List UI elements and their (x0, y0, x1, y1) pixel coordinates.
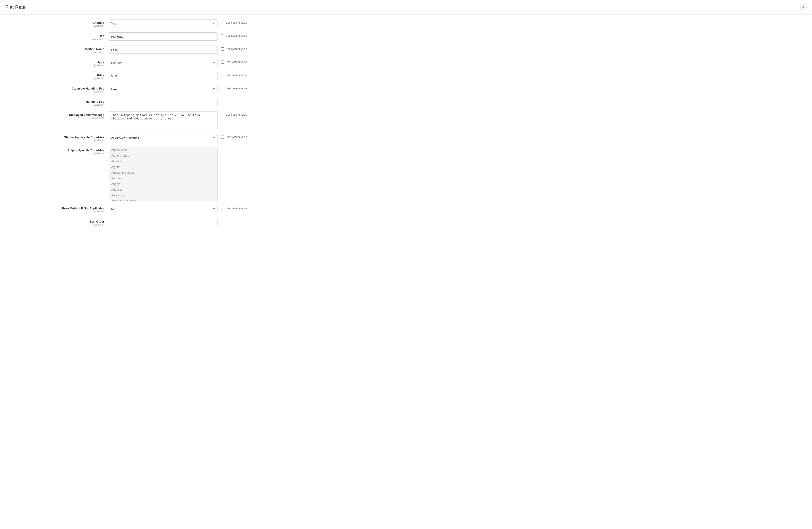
specific-countries-listbox[interactable]: Afghanistan Åland Islands Albania Algeri… (109, 147, 218, 201)
applicable-countries-select-wrapper: All Allowed Countries Specific Countries… (109, 134, 218, 142)
show-method-label: Show Method if Not Applicable (14, 207, 104, 210)
method-name-row: Method Name [store view] Use system valu… (14, 45, 258, 55)
enabled-system-value-col: Use system value (218, 19, 258, 24)
method-name-scope: [store view] (14, 51, 104, 54)
handling-fee-label-col: Handling Fee [website] (14, 98, 109, 106)
list-item[interactable]: Andorra (109, 175, 217, 181)
handling-fee-scope: [website] (14, 103, 104, 106)
show-method-select-wrapper: No Yes ▼ (109, 205, 218, 213)
flat-rate-form: Enabled [website] Yes No ▼ Use system va… (0, 15, 272, 240)
applicable-countries-system-value-label[interactable]: Use system value (226, 135, 247, 139)
show-method-system-value-col: Use system value (218, 205, 258, 210)
applicable-countries-select[interactable]: All Allowed Countries Specific Countries (109, 134, 218, 142)
error-message-label: Displayed Error Message (14, 113, 104, 116)
error-message-textarea[interactable]: This shipping method is not available. T… (109, 111, 218, 129)
method-name-system-value-label[interactable]: Use system value (226, 47, 247, 51)
error-message-input-col: This shipping method is not available. T… (109, 111, 218, 130)
price-label-col: Price [website] (14, 72, 109, 80)
applicable-countries-label-col: Ship to Applicable Countries [website] (14, 134, 109, 142)
applicable-countries-input-col: All Allowed Countries Specific Countries… (109, 134, 218, 142)
price-system-value-checkbox[interactable] (221, 74, 224, 77)
applicable-countries-system-value-checkbox[interactable] (221, 135, 224, 139)
method-name-input[interactable] (109, 45, 218, 54)
handling-fee-calc-select[interactable]: Fixed Percent (109, 85, 218, 93)
show-method-input-col: No Yes ▼ (109, 205, 218, 213)
type-system-value-col: Use system value (218, 59, 258, 64)
page-header: Flat Rate ⊙ (0, 0, 812, 15)
show-method-select[interactable]: No Yes (109, 205, 218, 213)
title-input-col (109, 32, 218, 41)
specific-countries-label: Ship to Specific Countries (14, 149, 104, 152)
specific-countries-empty-col (218, 147, 258, 149)
title-system-value-col: Use system value (218, 32, 258, 38)
price-system-value-col: Use system value (218, 72, 258, 77)
type-input-col: Per Item Per Order ▼ (109, 59, 218, 67)
collapse-button[interactable]: ⊙ (800, 4, 807, 11)
sort-order-scope: [website] (14, 223, 104, 226)
sort-order-input[interactable] (109, 218, 218, 226)
method-name-label: Method Name (14, 47, 104, 51)
type-select[interactable]: Per Item Per Order (109, 59, 218, 67)
sort-order-input-col (109, 218, 218, 226)
sort-order-label: Sort Order (14, 220, 104, 223)
enabled-scope: [website] (14, 25, 104, 27)
handling-fee-calc-system-value-label[interactable]: Use system value (226, 87, 247, 90)
handling-fee-calc-select-wrapper: Fixed Percent ▼ (109, 85, 218, 93)
handling-fee-calc-label: Calculate Handling Fee (14, 87, 104, 90)
enabled-system-value-label[interactable]: Use system value (226, 21, 247, 24)
handling-fee-calc-input-col: Fixed Percent ▼ (109, 85, 218, 93)
title-label-col: Title [store view] (14, 32, 109, 40)
enabled-select-wrapper: Yes No ▼ (109, 19, 218, 27)
handling-fee-calc-system-value-col: Use system value (218, 85, 258, 90)
error-message-system-value-label[interactable]: Use system value (226, 113, 247, 116)
enabled-system-value-checkbox[interactable] (221, 21, 224, 24)
handling-fee-label: Handling Fee (14, 100, 104, 103)
title-system-value-checkbox[interactable] (221, 34, 224, 38)
handling-fee-calc-system-value-checkbox[interactable] (221, 87, 224, 90)
enabled-row: Enabled [website] Yes No ▼ Use system va… (14, 19, 258, 29)
error-message-scope: [store view] (14, 116, 104, 119)
error-message-system-value-checkbox[interactable] (221, 113, 224, 116)
show-method-system-value-checkbox[interactable] (221, 207, 224, 210)
type-scope: [website] (14, 64, 104, 67)
error-message-label-col: Displayed Error Message [store view] (14, 111, 109, 119)
list-item[interactable]: Åland Islands (109, 153, 217, 158)
specific-countries-label-col: Ship to Specific Countries [website] (14, 147, 109, 155)
type-system-value-checkbox[interactable] (221, 60, 224, 64)
list-item[interactable]: Anguilla (109, 187, 217, 192)
sort-order-row: Sort Order [website] (14, 218, 258, 228)
method-name-system-value-col: Use system value (218, 45, 258, 51)
type-system-value-label[interactable]: Use system value (226, 60, 247, 64)
error-message-system-value-col: Use system value (218, 111, 258, 116)
type-row: Type [website] Per Item Per Order ▼ Use … (14, 59, 258, 68)
list-item[interactable]: Antarctica (109, 192, 217, 198)
method-name-system-value-checkbox[interactable] (221, 47, 224, 51)
price-row: Price [website] Use system value (14, 72, 258, 81)
list-item[interactable]: Afghanistan (109, 147, 217, 153)
title-scope: [store view] (14, 38, 104, 40)
enabled-label: Enabled (14, 21, 104, 25)
price-input[interactable] (109, 72, 218, 80)
type-select-wrapper: Per Item Per Order ▼ (109, 59, 218, 67)
price-system-value-label[interactable]: Use system value (226, 74, 247, 77)
title-system-value-label[interactable]: Use system value (226, 34, 247, 38)
applicable-countries-label: Ship to Applicable Countries (14, 135, 104, 139)
list-item[interactable]: Angola (109, 181, 217, 187)
sort-order-label-col: Sort Order [website] (14, 218, 109, 226)
specific-countries-scope: [website] (14, 152, 104, 155)
price-input-col (109, 72, 218, 80)
handling-fee-calc-label-col: Calculate Handling Fee [website] (14, 85, 109, 93)
show-method-system-value-label[interactable]: Use system value (226, 207, 247, 210)
handling-fee-input[interactable] (109, 98, 218, 106)
list-item[interactable]: Antigua & Barbuda (109, 198, 217, 201)
list-item[interactable]: Albania (109, 158, 217, 164)
enabled-select[interactable]: Yes No (109, 19, 218, 27)
handling-fee-row: Handling Fee [website] (14, 98, 258, 108)
list-item[interactable]: American Samoa (109, 170, 217, 175)
title-row: Title [store view] Use system value (14, 32, 258, 42)
show-method-scope: [website] (14, 210, 104, 213)
title-input[interactable] (109, 32, 218, 41)
list-item[interactable]: Algeria (109, 164, 217, 170)
enabled-input-col: Yes No ▼ (109, 19, 218, 27)
type-label-col: Type [website] (14, 59, 109, 67)
